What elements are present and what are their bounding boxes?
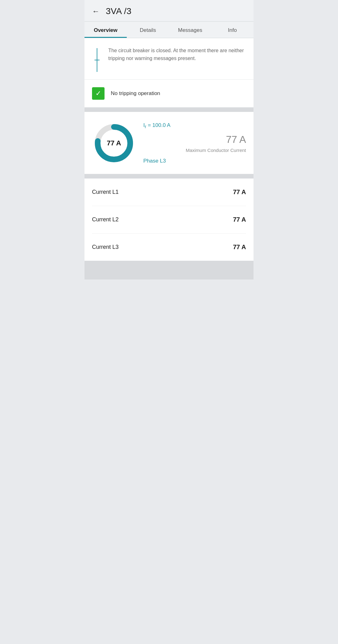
tab-info[interactable]: Info [211, 22, 253, 38]
current-l3-label: Current L3 [92, 244, 119, 250]
no-tripping-section: ✓ No tripping operation [84, 80, 253, 108]
readings-section: Current L1 77 A Current L2 77 A Current … [84, 179, 253, 261]
check-icon: ✓ [92, 87, 105, 100]
reading-row-l1: Current L1 77 A [92, 179, 246, 206]
no-tripping-label: No tripping operation [111, 90, 160, 97]
max-current-label: Maximum Conductor Current [143, 148, 246, 153]
reading-row-l3: Current L3 77 A [92, 234, 246, 261]
section-divider-2 [84, 174, 253, 179]
section-divider [84, 108, 253, 112]
circuit-breaker-icon [92, 47, 102, 72]
max-current-value: 77 A [143, 134, 246, 145]
back-button[interactable]: ← [92, 8, 100, 15]
header: ← 3VA /3 [84, 0, 253, 22]
status-section: The circuit breaker is closed. At the mo… [84, 38, 253, 80]
page-title: 3VA /3 [106, 6, 131, 16]
reading-row-l2: Current L2 77 A [92, 206, 246, 234]
gauge-info: Ir = 100.0 A 77 A Maximum Conductor Curr… [143, 122, 246, 164]
current-l1-value: 77 A [233, 189, 246, 196]
tab-overview[interactable]: Overview [84, 22, 127, 38]
current-l3-value: 77 A [233, 244, 246, 251]
status-message: The circuit breaker is closed. At the mo… [108, 47, 246, 63]
donut-chart: 77 A [92, 121, 136, 165]
tab-messages[interactable]: Messages [169, 22, 211, 38]
current-l2-value: 77 A [233, 216, 246, 223]
phase-label: Phase L3 [143, 158, 246, 164]
gauge-section: 77 A Ir = 100.0 A 77 A Maximum Conductor… [84, 112, 253, 174]
ir-rating: Ir = 100.0 A [143, 122, 246, 129]
tab-bar: Overview Details Messages Info [84, 22, 253, 38]
tab-details[interactable]: Details [127, 22, 169, 38]
current-l1-label: Current L1 [92, 189, 119, 195]
bottom-band [84, 261, 253, 279]
donut-center-label: 77 A [107, 139, 121, 147]
current-l2-label: Current L2 [92, 216, 119, 223]
